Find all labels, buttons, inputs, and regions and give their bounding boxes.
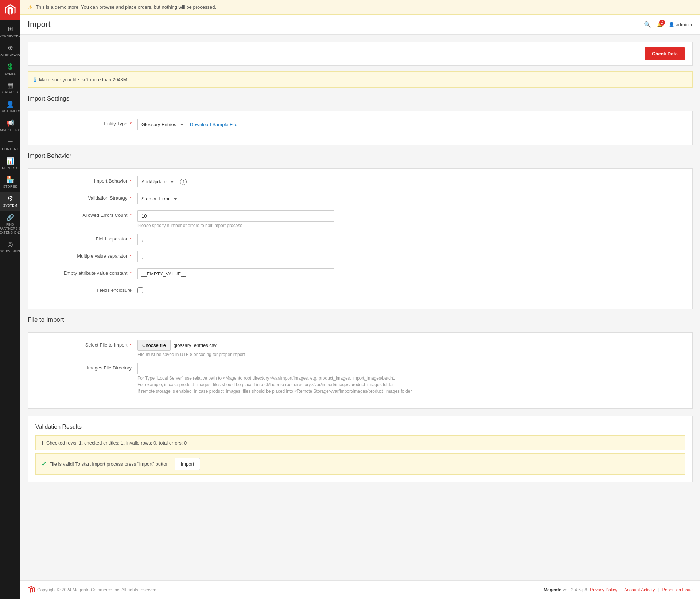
- page-footer: Copyright © 2024 Magento Commerce Inc. A…: [20, 580, 700, 599]
- content-area: Check Data ℹ Make sure your file isn't m…: [20, 35, 700, 580]
- footer-copyright: Copyright © 2024 Magento Commerce Inc. A…: [37, 587, 158, 592]
- find-partners-icon: 🔗: [6, 214, 14, 222]
- fields-enclosure-label: Fields enclosure: [35, 285, 137, 293]
- sidebar-item-label: CATALOG: [2, 90, 18, 94]
- fields-enclosure-row: Fields enclosure: [35, 285, 685, 294]
- allowed-errors-row: Allowed Errors Count * Please specify nu…: [35, 210, 685, 228]
- sidebar-item-label: SALES: [5, 72, 16, 76]
- import-behavior-control: Add/Update ?: [137, 176, 685, 187]
- customers-icon: 👤: [6, 100, 14, 108]
- account-activity-link[interactable]: Account Activity: [624, 587, 655, 592]
- field-separator-row: Field separator *: [35, 234, 685, 245]
- report-issue-link[interactable]: Report an Issue: [662, 587, 693, 592]
- info-notice: ℹ Make sure your file isn't more than 20…: [28, 71, 693, 88]
- sidebar-item-customers[interactable]: 👤 CUSTOMERS: [0, 97, 20, 116]
- import-behavior-label: Import Behavior *: [35, 176, 137, 184]
- sidebar-item-marketing[interactable]: 📢 MARKETING: [0, 116, 20, 135]
- sidebar-item-label: CUSTOMERS: [0, 109, 21, 113]
- sidebar-item-reports[interactable]: 📊 REPORTS: [0, 154, 20, 173]
- empty-attr-input[interactable]: [137, 268, 334, 279]
- sidebar-item-extendware[interactable]: ⊕ EXTENDWARE: [0, 41, 20, 60]
- validation-success-row: ✔ File is valid! To start import process…: [35, 453, 685, 475]
- extendware-icon: ⊕: [8, 44, 13, 52]
- sidebar-item-dashboard[interactable]: ⊞ DASHBOARD: [0, 22, 20, 41]
- page-header: Import 🔍 🔔 2 👤 admin ▾: [20, 15, 700, 35]
- select-file-label: Select File to Import *: [35, 340, 137, 348]
- images-dir-control: For Type "Local Server" use relative pat…: [137, 363, 685, 394]
- check-icon: ✔: [42, 461, 46, 467]
- sidebar-item-content[interactable]: ☰ CONTENT: [0, 135, 20, 154]
- empty-attr-label: Empty attribute value constant *: [35, 268, 137, 276]
- sidebar-item-webvision[interactable]: ◎ WEBVISION: [0, 237, 20, 256]
- privacy-policy-link[interactable]: Privacy Policy: [590, 587, 617, 592]
- toolbar-section: Check Data: [28, 42, 693, 66]
- field-separator-input[interactable]: [137, 234, 334, 245]
- sidebar-item-stores[interactable]: 🏪 STORES: [0, 173, 20, 192]
- info-notice-text: Make sure your file isn't more than 2048…: [39, 77, 128, 82]
- sidebar: ⊞ DASHBOARD ⊕ EXTENDWARE 💲 SALES ▦ CATAL…: [0, 0, 20, 599]
- help-icon[interactable]: ?: [180, 179, 187, 185]
- validation-strategy-control: Stop on Error: [137, 193, 685, 204]
- admin-user-menu[interactable]: 👤 admin ▾: [669, 22, 693, 27]
- admin-label: admin: [676, 22, 689, 27]
- import-behavior-card: Import Behavior * Add/Update ? Validatio…: [28, 168, 693, 309]
- check-data-button[interactable]: Check Data: [645, 47, 685, 60]
- content-icon: ☰: [7, 138, 13, 146]
- sidebar-item-label: CONTENT: [2, 147, 19, 151]
- warning-icon: ⚠: [28, 4, 33, 11]
- validation-strategy-select[interactable]: Stop on Error: [137, 193, 180, 204]
- required-marker: *: [130, 121, 132, 126]
- fields-enclosure-checkbox[interactable]: [137, 287, 143, 293]
- multiple-value-separator-control: [137, 251, 685, 262]
- multiple-value-separator-input[interactable]: [137, 251, 334, 262]
- field-separator-label: Field separator *: [35, 234, 137, 242]
- allowed-errors-input[interactable]: [137, 210, 334, 222]
- validation-strategy-row: Validation Strategy * Stop on Error: [35, 193, 685, 204]
- select-file-control: Choose file glossary_entries.csv File mu…: [137, 340, 685, 357]
- import-behavior-select[interactable]: Add/Update: [137, 176, 177, 187]
- user-icon: 👤: [669, 22, 674, 27]
- field-separator-control: [137, 234, 685, 245]
- empty-attr-control: [137, 268, 685, 279]
- images-dir-hint1: For Type "Local Server" use relative pat…: [137, 376, 685, 381]
- download-sample-file-link[interactable]: Download Sample File: [190, 122, 237, 127]
- sales-icon: 💲: [6, 63, 14, 71]
- reports-icon: 📊: [6, 157, 14, 165]
- info-icon-validation: ℹ: [42, 440, 43, 446]
- sidebar-item-label: FIND PARTNERS & EXTENSIONS: [0, 223, 22, 234]
- import-behavior-row: Import Behavior * Add/Update ?: [35, 176, 685, 187]
- footer-sep-2: |: [658, 587, 659, 592]
- info-icon: ℹ: [34, 76, 36, 83]
- images-dir-hint2: For example, in case product_images, fil…: [137, 382, 685, 387]
- select-file-row: Select File to Import * Choose file glos…: [35, 340, 685, 357]
- sidebar-item-system[interactable]: ⚙ SYSTEM: [0, 192, 20, 211]
- dashboard-icon: ⊞: [8, 25, 13, 33]
- footer-magento-logo: [28, 586, 35, 594]
- demo-banner-text: This is a demo store. You can browse and…: [36, 4, 216, 10]
- search-icon[interactable]: 🔍: [644, 21, 651, 28]
- header-actions: 🔍 🔔 2 👤 admin ▾: [644, 21, 693, 28]
- sidebar-item-label: SYSTEM: [3, 204, 18, 208]
- sidebar-item-label: STORES: [3, 185, 18, 189]
- fields-enclosure-control: [137, 285, 685, 294]
- sidebar-item-find-partners[interactable]: 🔗 FIND PARTNERS & EXTENSIONS: [0, 211, 20, 237]
- import-button[interactable]: Import: [175, 458, 201, 470]
- multiple-value-separator-label: Multiple value separator *: [35, 251, 137, 259]
- choose-file-button[interactable]: Choose file: [137, 340, 171, 351]
- entity-type-select[interactable]: Glossary Entries: [137, 119, 187, 130]
- import-settings-card: Entity Type * Glossary Entries Download …: [28, 111, 693, 145]
- images-dir-input[interactable]: [137, 363, 334, 374]
- footer-logo: Copyright © 2024 Magento Commerce Inc. A…: [28, 586, 158, 594]
- notifications-button[interactable]: 🔔 2: [657, 22, 663, 27]
- file-to-import-card: Select File to Import * Choose file glos…: [28, 332, 693, 409]
- system-icon: ⚙: [7, 195, 13, 203]
- footer-links: Magento ver. 2.4.6-p8 Privacy Policy | A…: [544, 587, 693, 592]
- marketing-icon: 📢: [6, 119, 14, 127]
- demo-banner: ⚠ This is a demo store. You can browse a…: [20, 0, 700, 15]
- entity-type-label: Entity Type *: [35, 119, 137, 126]
- sidebar-item-label: MARKETING: [0, 128, 20, 132]
- sidebar-item-sales[interactable]: 💲 SALES: [0, 60, 20, 79]
- sidebar-item-catalog[interactable]: ▦ CATALOG: [0, 78, 20, 97]
- validation-info-row: ℹ Checked rows: 1, checked entities: 1, …: [35, 435, 685, 450]
- magento-logo[interactable]: [0, 0, 20, 20]
